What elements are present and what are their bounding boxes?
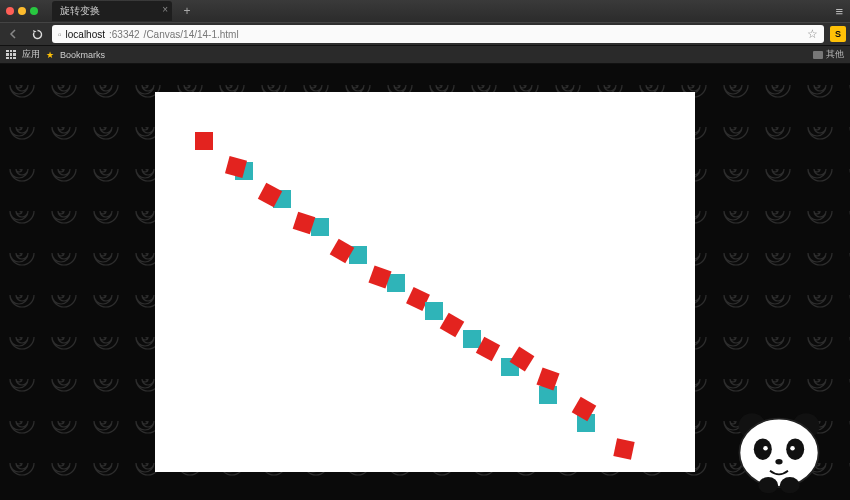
svg-point-11	[780, 477, 800, 493]
bookmarks-star-icon: ★	[46, 50, 54, 60]
url-path: /Canvas/14/14-1.html	[144, 29, 239, 40]
apps-icon[interactable]	[6, 50, 16, 60]
bookmark-star-icon[interactable]: ☆	[807, 27, 818, 41]
browser-window: 旋转变换 × + ≡ ▫ localhost:63342/Canvas/14/1…	[0, 0, 850, 500]
tab-close-icon[interactable]: ×	[162, 4, 168, 15]
bookmarks-label[interactable]: Bookmarks	[60, 50, 105, 60]
zoom-window-icon[interactable]	[30, 7, 38, 15]
bookmarks-bar: 应用 ★ Bookmarks 其他	[0, 46, 850, 64]
page-viewport	[0, 64, 850, 500]
back-button[interactable]	[4, 25, 22, 43]
url-port: :63342	[109, 29, 140, 40]
red-square	[613, 438, 634, 459]
panda-mascot	[724, 406, 834, 496]
close-window-icon[interactable]	[6, 7, 14, 15]
svg-point-6	[786, 438, 804, 460]
minimize-window-icon[interactable]	[18, 7, 26, 15]
svg-point-5	[754, 438, 772, 460]
browser-tab[interactable]: 旋转变换 ×	[52, 1, 172, 21]
url-input[interactable]: ▫ localhost:63342/Canvas/14/14-1.html ☆	[52, 25, 824, 43]
folder-icon	[813, 51, 823, 59]
other-bookmarks-folder[interactable]: 其他	[813, 48, 844, 61]
teal-square	[425, 302, 443, 320]
tab-bar: 旋转变换 × + ≡	[0, 0, 850, 22]
svg-point-10	[758, 477, 778, 493]
svg-point-7	[763, 446, 768, 451]
svg-point-4	[739, 419, 818, 487]
canvas-demo	[155, 92, 695, 472]
extension-icon[interactable]: S	[830, 26, 846, 42]
new-tab-button[interactable]: +	[178, 3, 196, 19]
page-icon: ▫	[58, 29, 62, 40]
url-host: localhost	[66, 29, 105, 40]
window-controls	[6, 7, 38, 15]
browser-menu-icon[interactable]: ≡	[835, 4, 844, 19]
address-bar: ▫ localhost:63342/Canvas/14/14-1.html ☆ …	[0, 22, 850, 46]
svg-point-9	[775, 459, 782, 464]
red-square	[195, 132, 213, 150]
tab-title: 旋转变换	[60, 4, 100, 18]
reload-button[interactable]	[28, 25, 46, 43]
red-square	[440, 313, 465, 338]
svg-point-8	[790, 446, 795, 451]
apps-label[interactable]: 应用	[22, 48, 40, 61]
